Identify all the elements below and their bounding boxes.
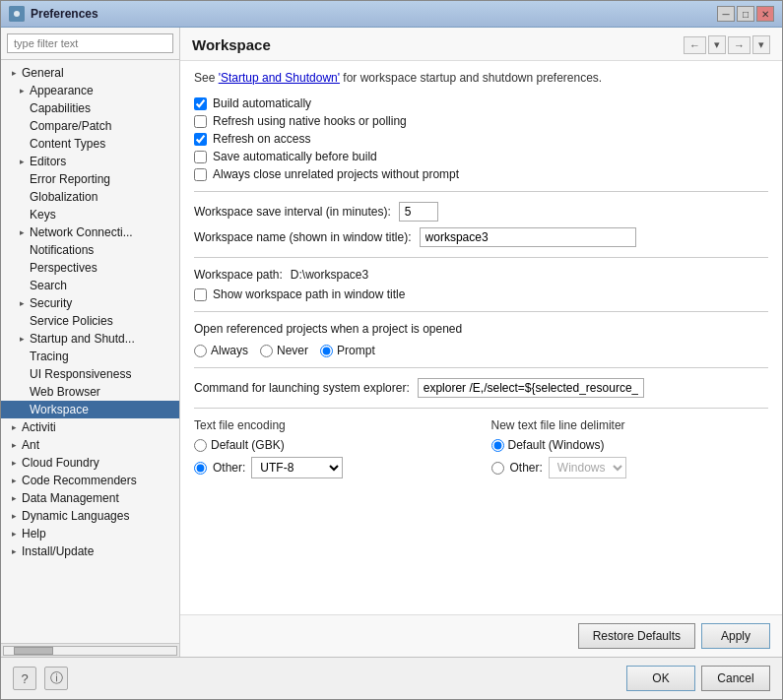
tree-item-general[interactable]: ▸General [1, 64, 179, 82]
tree-item-compare-patch[interactable]: Compare/Patch [1, 117, 179, 135]
delimiter-other-radio[interactable] [491, 462, 504, 475]
restore-defaults-button[interactable]: Restore Defaults [578, 623, 695, 649]
workspace-path-value: D:\workspace3 [291, 268, 368, 282]
tree-item-dynamic-languages[interactable]: ▸Dynamic Languages [1, 507, 179, 525]
radio-row-never: Never [260, 344, 308, 357]
checkbox-close-unrelated[interactable] [194, 168, 207, 181]
save-interval-label: Workspace save interval (in minutes): [194, 205, 391, 219]
encoding-default-label: Default (GBK) [211, 438, 285, 452]
save-interval-input[interactable] [399, 202, 438, 222]
tree-container[interactable]: ▸General▸AppearanceCapabilitiesCompare/P… [1, 60, 179, 643]
delimiter-default-radio[interactable] [491, 439, 504, 452]
horizontal-scrollbar[interactable] [1, 643, 179, 657]
open-referenced-label: Open referenced projects when a project … [194, 322, 768, 336]
right-actions: Restore Defaults Apply [180, 614, 782, 657]
tree-label-ui-responsiveness: UI Responsiveness [30, 367, 131, 381]
tree-item-tracing[interactable]: Tracing [1, 348, 179, 365]
tree-arrow-network-connections: ▸ [17, 227, 27, 237]
tree-item-security[interactable]: ▸Security [1, 294, 179, 312]
tree-label-content-types: Content Types [30, 137, 105, 151]
tree-item-network-connections[interactable]: ▸Network Connecti... [1, 223, 179, 241]
tree-arrow-content-types [17, 139, 27, 149]
tree-item-appearance[interactable]: ▸Appearance [1, 82, 179, 99]
radio-prompt[interactable] [320, 345, 333, 357]
radio-always[interactable] [194, 345, 207, 357]
tree-item-service-policies[interactable]: Service Policies [1, 312, 179, 330]
close-button[interactable]: ✕ [756, 6, 774, 22]
radio-label-prompt: Prompt [337, 344, 375, 357]
tree-item-ant[interactable]: ▸Ant [1, 436, 179, 454]
delimiter-select[interactable]: WindowsUnixMac [549, 457, 626, 478]
tree-item-cloud-foundry[interactable]: ▸Cloud Foundry [1, 454, 179, 472]
tree-item-ui-responsiveness[interactable]: UI Responsiveness [1, 365, 179, 383]
checkbox-save-auto[interactable] [194, 151, 207, 163]
checkbox-build-auto[interactable] [194, 97, 207, 110]
tree-item-data-management[interactable]: ▸Data Management [1, 489, 179, 507]
tree-item-error-reporting[interactable]: Error Reporting [1, 170, 179, 188]
tree-label-code-recommenders: Code Recommenders [22, 474, 137, 487]
scrollbar-track [3, 646, 177, 656]
help-button[interactable]: ? [13, 667, 36, 690]
tree-label-perspectives: Perspectives [30, 261, 98, 275]
tree-item-help[interactable]: ▸Help [1, 525, 179, 542]
filter-input[interactable] [7, 33, 173, 53]
radio-row-always: Always [194, 344, 248, 357]
forward-button[interactable]: → [728, 36, 750, 54]
divider-1 [194, 191, 768, 192]
tree-arrow-search [17, 281, 27, 290]
checkbox-refresh-native[interactable] [194, 115, 207, 128]
ok-button[interactable]: OK [626, 666, 695, 691]
tree-item-workspace[interactable]: Workspace [1, 401, 179, 418]
info-button[interactable]: ⓘ [44, 667, 68, 690]
delimiter-other-label: Other: [510, 461, 543, 475]
nav-dropdown-btn[interactable]: ▾ [708, 35, 726, 54]
tree-item-startup-shutdown[interactable]: ▸Startup and Shutd... [1, 330, 179, 348]
tree-item-install-update[interactable]: ▸Install/Update [1, 542, 179, 560]
cancel-button[interactable]: Cancel [701, 666, 770, 691]
tree-item-keys[interactable]: Keys [1, 206, 179, 223]
show-path-checkbox[interactable] [194, 288, 207, 301]
encoding-other-row: Other: UTF-8UTF-16ISO-8859-1GBK [194, 457, 472, 478]
tree-label-install-update: Install/Update [22, 544, 94, 558]
tree-arrow-ui-responsiveness [17, 369, 27, 379]
delimiter-default-row: Default (Windows) [491, 438, 769, 452]
minimize-button[interactable]: ─ [717, 6, 735, 22]
checkbox-label-refresh-access: Refresh on access [213, 132, 310, 146]
tree-item-web-browser[interactable]: Web Browser [1, 383, 179, 401]
tree-item-capabilities[interactable]: Capabilities [1, 99, 179, 117]
tree-item-code-recommenders[interactable]: ▸Code Recommenders [1, 472, 179, 489]
encoding-other-radio[interactable] [194, 462, 207, 475]
tree-arrow-service-policies [17, 316, 27, 326]
tree-label-startup-shutdown: Startup and Shutd... [30, 332, 135, 346]
encoding-default-radio[interactable] [194, 439, 207, 452]
command-input[interactable] [418, 378, 644, 398]
back-button[interactable]: ← [684, 36, 706, 54]
tree-label-network-connections: Network Connecti... [30, 225, 133, 239]
tree-label-general: General [22, 66, 64, 80]
startup-shutdown-link[interactable]: 'Startup and Shutdown' [219, 71, 340, 85]
checkbox-row-build-auto: Build automatically [194, 96, 768, 110]
tree-item-content-types[interactable]: Content Types [1, 135, 179, 153]
apply-button[interactable]: Apply [701, 623, 770, 649]
show-path-label: Show workspace path in window title [213, 287, 405, 301]
tree-item-perspectives[interactable]: Perspectives [1, 259, 179, 277]
tree-item-activiti[interactable]: ▸Activiti [1, 418, 179, 436]
checkbox-refresh-access[interactable] [194, 133, 207, 146]
tree-item-notifications[interactable]: Notifications [1, 241, 179, 259]
workspace-name-input[interactable] [420, 227, 636, 247]
encoding-select[interactable]: UTF-8UTF-16ISO-8859-1GBK [251, 457, 343, 478]
maximize-button[interactable]: □ [737, 6, 754, 22]
tree-item-search[interactable]: Search [1, 277, 179, 294]
divider-3 [194, 311, 768, 312]
tree-arrow-install-update: ▸ [9, 546, 19, 556]
radio-never[interactable] [260, 345, 273, 357]
tree-item-editors[interactable]: ▸Editors [1, 153, 179, 170]
tree-label-web-browser: Web Browser [30, 385, 100, 399]
nav-menu-btn[interactable]: ▾ [752, 35, 770, 54]
window-title: Preferences [31, 7, 98, 21]
radio-group: AlwaysNeverPrompt [194, 344, 768, 357]
tree-arrow-capabilities [17, 103, 27, 113]
checkbox-label-refresh-native: Refresh using native hooks or polling [213, 114, 407, 128]
checkbox-row-refresh-access: Refresh on access [194, 132, 768, 146]
tree-item-globalization[interactable]: Globalization [1, 188, 179, 206]
